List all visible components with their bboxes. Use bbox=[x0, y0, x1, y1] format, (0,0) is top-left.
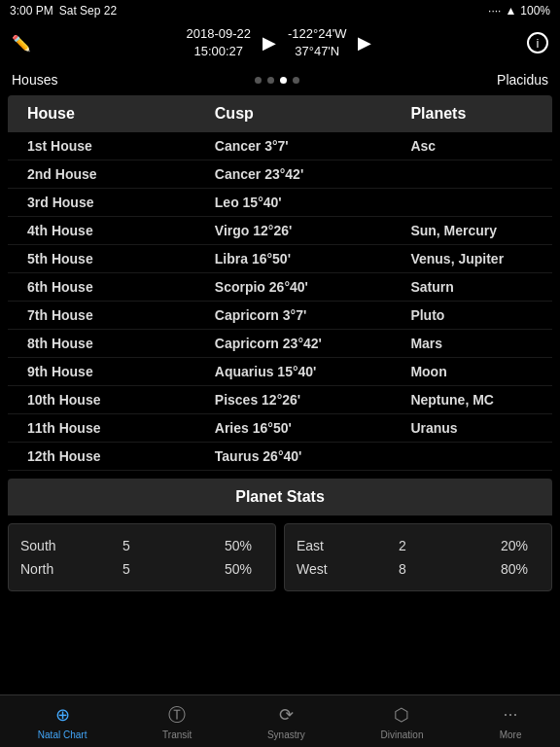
stats-count: 2 bbox=[399, 538, 438, 553]
nav-latitude: 37°47'N bbox=[295, 43, 339, 60]
cell-planets: Moon bbox=[410, 364, 552, 379]
cell-planets bbox=[410, 448, 552, 464]
table-row: 2nd House Cancer 23°42' bbox=[8, 160, 552, 189]
cell-cusp: Aquarius 15°40' bbox=[215, 364, 411, 379]
cell-cusp: Cancer 3°7' bbox=[215, 138, 411, 154]
cell-cusp: Pisces 12°26' bbox=[215, 392, 411, 408]
cell-cusp: Leo 15°40' bbox=[215, 195, 411, 210]
stats-pct: 50% bbox=[225, 561, 263, 577]
tab-more[interactable]: ··· More bbox=[499, 703, 522, 740]
tab-natal[interactable]: ⊕ Natal Chart bbox=[38, 703, 88, 740]
cell-planets: Sun, Mercury bbox=[410, 223, 552, 238]
stats-row: East220% bbox=[297, 534, 540, 557]
stats-count: 5 bbox=[122, 561, 161, 577]
more-label: More bbox=[500, 729, 522, 740]
table-row: 9th House Aquarius 15°40' Moon bbox=[8, 358, 552, 386]
cell-house: 9th House bbox=[8, 364, 215, 379]
table-row: 6th House Scorpio 26°40' Saturn bbox=[8, 273, 552, 302]
stats-grid: South550%North550%East220%West880% bbox=[8, 516, 552, 599]
battery-icon: 100% bbox=[520, 4, 550, 18]
stats-row: North550% bbox=[20, 557, 263, 581]
natal-label: Natal Chart bbox=[38, 729, 88, 740]
cell-planets: Neptune, MC bbox=[410, 392, 552, 408]
houses-table: 1st House Cancer 3°7' Asc 2nd House Canc… bbox=[8, 132, 552, 471]
table-row: 11th House Aries 16°50' Uranus bbox=[8, 414, 552, 443]
stats-label: West bbox=[297, 561, 335, 577]
status-indicators: ···· ▲ 100% bbox=[488, 4, 550, 18]
status-time-date: 3:00 PM Sat Sep 22 bbox=[10, 4, 117, 18]
table-header: House Cusp Planets bbox=[8, 95, 552, 132]
info-icon[interactable]: i bbox=[527, 32, 548, 53]
tab-divination[interactable]: ⬡ Divination bbox=[381, 703, 424, 740]
edit-icon[interactable]: ✏️ bbox=[12, 34, 31, 53]
cell-house: 6th House bbox=[8, 279, 215, 295]
more-icon: ··· bbox=[499, 703, 522, 727]
table-row: 3rd House Leo 15°40' bbox=[8, 189, 552, 217]
nav-left-icons: ✏️ bbox=[12, 34, 31, 53]
bottom-tab-bar: ⊕ Natal Chart Ⓣ Transit ⟳ Synastry ⬡ Div… bbox=[0, 694, 560, 747]
nav-date: 2018-09-22 bbox=[187, 25, 252, 43]
cell-cusp: Libra 16°50' bbox=[215, 251, 411, 267]
stats-count: 5 bbox=[122, 538, 161, 553]
stats-pct: 50% bbox=[225, 538, 263, 553]
table-row: 8th House Capricorn 23°42' Mars bbox=[8, 330, 552, 358]
next-arrow[interactable]: ▶ bbox=[358, 32, 371, 53]
cell-house: 1st House bbox=[8, 138, 215, 154]
cell-cusp: Capricorn 23°42' bbox=[215, 336, 411, 351]
dot-1[interactable] bbox=[255, 77, 262, 84]
nav-coordinates: -122°24'W 37°47'N bbox=[288, 25, 346, 60]
tab-row-label: Houses bbox=[12, 72, 57, 88]
planet-stats-header: Planet Stats bbox=[8, 479, 552, 516]
stats-label: East bbox=[297, 538, 335, 553]
table-row: 5th House Libra 16°50' Venus, Jupiter bbox=[8, 245, 552, 273]
stats-count: 8 bbox=[399, 561, 438, 577]
cell-house: 5th House bbox=[8, 251, 215, 267]
table-row: 1st House Cancer 3°7' Asc bbox=[8, 132, 552, 160]
cell-house: 3rd House bbox=[8, 195, 215, 210]
cell-planets: Pluto bbox=[410, 307, 552, 323]
divination-icon: ⬡ bbox=[390, 703, 413, 727]
status-bar: 3:00 PM Sat Sep 22 ···· ▲ 100% bbox=[0, 0, 560, 21]
tab-synastry[interactable]: ⟳ Synastry bbox=[267, 703, 305, 740]
synastry-icon: ⟳ bbox=[274, 703, 298, 727]
cell-planets bbox=[410, 166, 552, 182]
col-header-cusp: Cusp bbox=[215, 105, 411, 123]
tab-row-system: Placidus bbox=[497, 72, 548, 88]
stats-box-right: East220%West880% bbox=[284, 523, 552, 591]
stats-pct: 20% bbox=[501, 538, 540, 553]
dot-3[interactable] bbox=[280, 77, 287, 84]
cell-house: 12th House bbox=[8, 448, 215, 464]
table-row: 4th House Virgo 12°26' Sun, Mercury bbox=[8, 217, 552, 245]
table-row: 10th House Pisces 12°26' Neptune, MC bbox=[8, 386, 552, 414]
cell-cusp: Taurus 26°40' bbox=[215, 448, 411, 464]
top-nav: ✏️ 2018-09-22 15:00:27 ▶ -122°24'W 37°47… bbox=[0, 21, 560, 64]
page-dots bbox=[255, 77, 299, 84]
cell-house: 10th House bbox=[8, 392, 215, 408]
transit-label: Transit bbox=[162, 729, 192, 740]
cell-planets: Saturn bbox=[410, 279, 552, 295]
cell-planets: Venus, Jupiter bbox=[410, 251, 552, 267]
dot-4[interactable] bbox=[293, 77, 299, 84]
stats-box-left: South550%North550% bbox=[8, 523, 276, 591]
tab-transit[interactable]: Ⓣ Transit bbox=[162, 703, 192, 740]
col-header-house: House bbox=[8, 105, 215, 123]
cell-house: 11th House bbox=[8, 420, 215, 436]
cell-house: 7th House bbox=[8, 307, 215, 323]
synastry-label: Synastry bbox=[267, 729, 305, 740]
tab-row: Houses Placidus bbox=[0, 64, 560, 95]
natal-icon: ⊕ bbox=[51, 703, 74, 727]
prev-arrow[interactable]: ▶ bbox=[262, 32, 276, 53]
table-row: 7th House Capricorn 3°7' Pluto bbox=[8, 302, 552, 330]
dot-2[interactable] bbox=[267, 77, 274, 84]
cell-planets: Asc bbox=[410, 138, 552, 154]
nav-datetime: 2018-09-22 15:00:27 bbox=[187, 25, 252, 60]
nav-longitude: -122°24'W bbox=[288, 25, 346, 43]
cell-planets: Uranus bbox=[410, 420, 552, 436]
stats-label: South bbox=[20, 538, 59, 553]
status-date: Sat Sep 22 bbox=[59, 4, 117, 18]
signal-icon: ···· bbox=[488, 4, 501, 18]
nav-right-icons: i bbox=[527, 32, 548, 53]
stats-row: South550% bbox=[20, 534, 263, 557]
table-row: 12th House Taurus 26°40' bbox=[8, 443, 552, 471]
cell-cusp: Virgo 12°26' bbox=[215, 223, 411, 238]
